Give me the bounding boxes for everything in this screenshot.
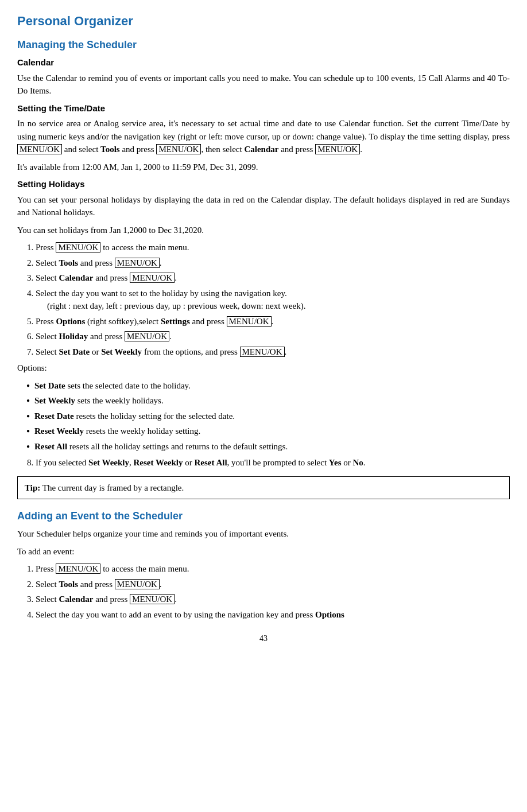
opt3-text: resets the holiday setting for the selec… [74,411,235,421]
hs8-bold3: Reset All [195,458,227,467]
hs6-menu: MENU/OK [125,331,169,341]
hs8-bold1: Set Weekly [88,458,129,467]
hs7-mid1: or [90,347,101,356]
holidays-step-3: Select Calendar and press MENU/OK. [36,271,510,285]
hs6-prefix: Select [36,332,59,341]
std-tools1: Tools [100,145,120,154]
hs5-bold2: Settings [161,317,190,326]
ae3-prefix: Select [36,595,59,604]
ae3-menu: MENU/OK [130,594,175,604]
hs7-bold1: Set Date [59,347,90,356]
holidays-step-5: Press Options (right softkey),select Set… [36,315,510,328]
setting-holidays-subsection: Setting Holidays You can set your person… [17,178,510,469]
hs8-mid3: , you'll be prompted to select [227,458,329,467]
hs3-prefix: Select [36,273,59,282]
hs7-menu: MENU/OK [240,347,285,357]
std-text-1: In no service area or Analog service are… [17,119,510,141]
ae1-suffix: to access the main menu. [100,564,189,573]
ae2-menu: MENU/OK [115,579,160,589]
option-reset-weekly: Reset Weekly resets the weekly holiday s… [26,425,510,438]
hs1-text-suffix: to access the main menu. [100,243,189,252]
page-number: 43 [17,632,510,644]
opt4-text: resets the weekly holiday setting. [84,426,200,436]
holidays-step-7: Select Set Date or Set Weekly from the o… [36,345,510,359]
option-set-weekly: Set Weekly sets the weekly holidays. [26,394,510,407]
hs8-mid2: or [183,458,195,467]
ae-step-2: Select Tools and press MENU/OK. [36,578,510,591]
hs5-menu: MENU/OK [227,316,272,327]
ae2-prefix: Select [36,580,59,589]
ae2-bold: Tools [59,580,78,589]
option-reset-date: Reset Date resets the holiday setting fo… [26,410,510,423]
setting-time-date-para2: It's available from 12:00 AM, Jan 1, 200… [17,161,510,174]
std-calendar1: Calendar [244,145,278,154]
tip-box: Tip: The current day is framed by a rect… [17,476,510,500]
setting-time-date-subsection: Setting the Time/Date In no service area… [17,102,510,174]
opt3-bold: Reset Date [34,411,74,421]
hs1-text-prefix: Press [36,243,56,252]
hs8-mid4: or [342,458,353,467]
hs2-suffix: . [160,258,162,267]
setting-holidays-heading: Setting Holidays [17,178,510,191]
hs5-mid1: (right softkey),select [85,317,161,326]
std-text-6: . [360,145,362,154]
ae-step-1: Press MENU/OK to access the main menu. [36,562,510,576]
adding-event-steps-list: Press MENU/OK to access the main menu. S… [36,562,510,621]
hs5-mid2: and press [190,317,227,326]
adding-event-title: Adding an Event to the Scheduler [17,508,510,524]
hs5-suffix: . [272,317,274,326]
opt5-bold: Reset All [34,442,67,451]
hs4-subtext: (right : next day, left : previous day, … [47,300,510,313]
tip-text: The current day is framed by a rectangle… [40,483,184,492]
ae1-menu: MENU/OK [56,564,100,574]
hs3-mid: and press [93,273,130,282]
hs6-bold: Holiday [59,332,88,341]
opt5-text: resets all the holiday settings and retu… [67,442,288,451]
option-set-date: Set Date sets the selected date to the h… [26,379,510,393]
calendar-para1: Use the Calendar to remind you of events… [17,72,510,98]
hs2-prefix: Select [36,258,59,267]
hs8-bold2: Reset Weekly [134,458,183,467]
std-text-3: and press [120,145,157,154]
opt4-bold: Reset Weekly [34,426,84,436]
std-menu3: MENU/OK [315,144,360,154]
hs8-bold5: No [353,458,363,467]
ae2-mid: and press [78,580,115,589]
adding-event-para1: Your Scheduler helps organize your time … [17,527,510,541]
hs3-suffix: . [175,273,177,282]
adding-event-section: Adding an Event to the Scheduler Your Sc… [17,508,510,621]
hs7-bold2: Set Weekly [101,347,142,356]
holidays-step-1: Press MENU/OK to access the main menu. [36,241,510,254]
ae4-bold: Options [315,610,344,619]
setting-time-date-heading: Setting the Time/Date [17,102,510,115]
opt2-text: sets the weekly holidays. [75,396,164,405]
hs6-suffix: . [169,332,172,341]
ae3-bold: Calendar [59,595,93,604]
hs8-suffix: . [363,458,366,467]
holidays-step-4: Select the day you want to set to the ho… [36,287,510,313]
std-text-2: and select [62,145,100,154]
hs2-menu: MENU/OK [115,258,160,268]
ae2-suffix: . [160,580,162,589]
ae-step-4: Select the day you want to add an event … [36,608,510,621]
std-menu1: MENU/OK [17,144,62,154]
holidays-steps-list: Press MENU/OK to access the main menu. S… [36,241,510,358]
hs6-mid: and press [88,332,125,341]
managing-scheduler-section: Managing the Scheduler Calendar Use the … [17,37,510,499]
options-label: Options: [17,362,510,375]
hs3-menu: MENU/OK [130,273,175,283]
ae3-suffix: . [175,595,177,604]
step8-list: If you selected Set Weekly, Reset Weekly… [36,456,510,469]
hs2-bold: Tools [59,258,78,267]
opt1-text: sets the selected date to the holiday. [65,381,191,390]
hs7-mid2: from the options, and press [142,347,239,356]
holidays-para2: You can set holidays from Jan 1,2000 to … [17,224,510,237]
hs7-prefix: Select [36,347,59,356]
hs1-menu: MENU/OK [56,242,100,252]
hs4-text: Select the day you want to set to the ho… [36,289,287,298]
calendar-subsection: Calendar Use the Calendar to remind you … [17,56,510,98]
std-text-5: and press [278,145,315,154]
managing-scheduler-title: Managing the Scheduler [17,37,510,53]
hs8-bold4: Yes [329,458,342,467]
adding-event-para2: To add an event: [17,545,510,558]
